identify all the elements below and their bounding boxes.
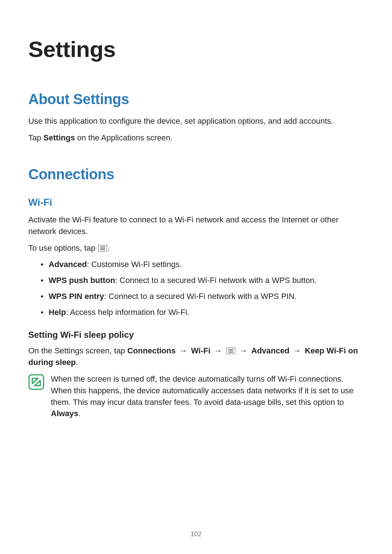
svg-rect-8 [29,375,44,389]
text: . [78,409,81,418]
page-number: 102 [0,530,392,538]
always-bold: Always [51,409,78,418]
arrow-icon: → [240,346,248,355]
menu-icon [98,245,107,251]
section-heading-about: About Settings [28,91,364,107]
option-name: WPS push button [49,276,115,285]
subsection-heading-wifi: Wi-Fi [28,197,364,208]
document-page: Settings About Settings Use this applica… [0,0,392,554]
text: To use options, tap [28,243,98,253]
note-block: When the screen is turned off, the devic… [28,373,364,420]
option-desc: : Connect to a secured Wi-Fi network wit… [115,276,317,285]
option-name: WPS PIN entry [49,292,104,301]
option-name: Advanced [49,260,87,269]
about-paragraph-2: Tap Settings on the Applications screen. [28,132,364,144]
text: Tap [28,133,44,142]
text: When the screen is turned off, the devic… [51,374,354,407]
list-item: WPS push button: Connect to a secured Wi… [41,275,364,286]
path-connections: Connections [127,346,176,355]
option-name: Help [49,308,66,317]
wifi-paragraph-1: Activate the Wi-Fi feature to connect to… [28,214,364,237]
arrow-icon: → [179,346,187,355]
list-item: Advanced: Customise Wi-Fi settings. [41,259,364,270]
note-text: When the screen is turned off, the devic… [51,373,364,420]
text: On the Settings screen, tap [28,346,127,355]
arrow-icon: → [293,346,301,355]
text: . [108,243,110,253]
option-desc: : Connect to a secured Wi-Fi network wit… [104,292,297,301]
path-wifi: Wi-Fi [191,346,211,355]
wifi-options-list: Advanced: Customise Wi-Fi settings. WPS … [28,259,364,318]
list-item: Help: Access help information for Wi-Fi. [41,307,364,318]
option-desc: : Customise Wi-Fi settings. [87,260,182,269]
text: . [76,358,78,367]
note-icon [28,374,44,390]
about-paragraph-1: Use this application to configure the de… [28,115,364,127]
text: on the Applications screen. [75,133,172,142]
page-title: Settings [28,36,364,62]
subheading-sleep-policy: Setting Wi-Fi sleep policy [28,330,364,340]
settings-bold: Settings [44,133,75,142]
arrow-icon: → [214,346,222,355]
path-advanced: Advanced [251,346,289,355]
list-item: WPS PIN entry: Connect to a secured Wi-F… [41,291,364,302]
wifi-paragraph-2: To use options, tap . [28,242,364,254]
menu-icon [226,348,235,354]
section-heading-connections: Connections [28,166,364,182]
sleep-policy-path: On the Settings screen, tap Connections … [28,345,364,368]
option-desc: : Access help information for Wi-Fi. [66,308,189,317]
